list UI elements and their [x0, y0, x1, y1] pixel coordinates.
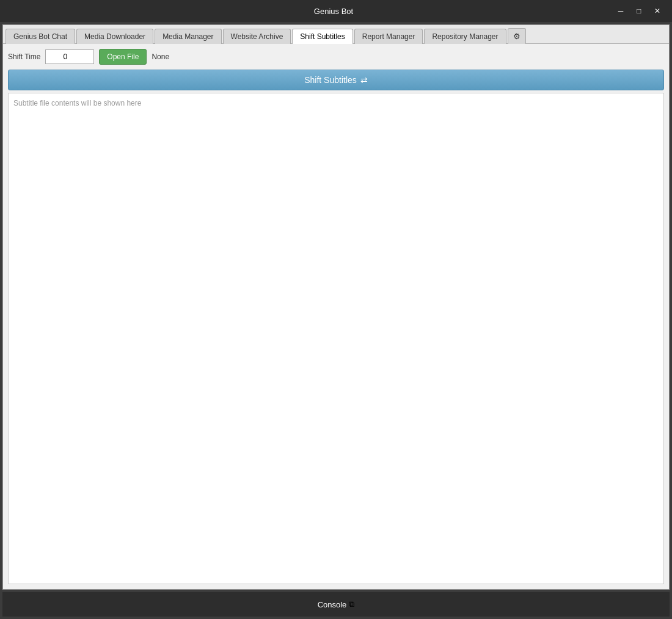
minimize-button[interactable]: ─: [612, 4, 629, 18]
tab-settings[interactable]: ⚙: [508, 28, 526, 44]
app-title: Genius Bot: [314, 7, 353, 16]
tab-bar: Genius Bot Chat Media Downloader Media M…: [3, 25, 669, 44]
content-panel: Subtitle file contents will be shown her…: [8, 93, 664, 584]
toolbar-row: Shift Time Open File None: [8, 49, 664, 65]
console-icon: ⧉: [349, 599, 354, 609]
shift-time-input[interactable]: [45, 49, 94, 64]
maximize-button[interactable]: □: [630, 4, 648, 18]
tab-shift-subtitles[interactable]: Shift Subtitles: [292, 29, 352, 44]
shift-time-label: Shift Time: [8, 52, 40, 61]
subtitle-placeholder: Subtitle file contents will be shown her…: [13, 99, 141, 107]
shift-subtitles-label: Shift Subtitles: [304, 75, 357, 85]
title-bar: Genius Bot ─ □ ✕: [0, 0, 672, 22]
window-controls: ─ □ ✕: [612, 4, 666, 18]
none-label: None: [152, 52, 169, 61]
close-button[interactable]: ✕: [649, 4, 666, 18]
tab-media-manager[interactable]: Media Manager: [155, 29, 221, 44]
open-file-button[interactable]: Open File: [99, 49, 147, 65]
shift-subtitles-icon: ⇄: [360, 75, 368, 85]
console-label: Console: [318, 600, 347, 609]
shift-subtitles-button[interactable]: Shift Subtitles ⇄: [8, 70, 664, 90]
tab-website-archive[interactable]: Website Archive: [223, 29, 291, 44]
settings-icon: ⚙: [513, 32, 520, 41]
tab-media-downloader[interactable]: Media Downloader: [76, 29, 153, 44]
tab-genius-bot-chat[interactable]: Genius Bot Chat: [5, 29, 75, 44]
main-window: Genius Bot Chat Media Downloader Media M…: [2, 24, 670, 590]
tab-repository-manager[interactable]: Repository Manager: [424, 29, 506, 44]
tab-report-manager[interactable]: Report Manager: [354, 29, 423, 44]
content-area: Shift Time Open File None Shift Subtitle…: [3, 44, 669, 589]
console-bar[interactable]: Console ⧉: [2, 592, 670, 617]
